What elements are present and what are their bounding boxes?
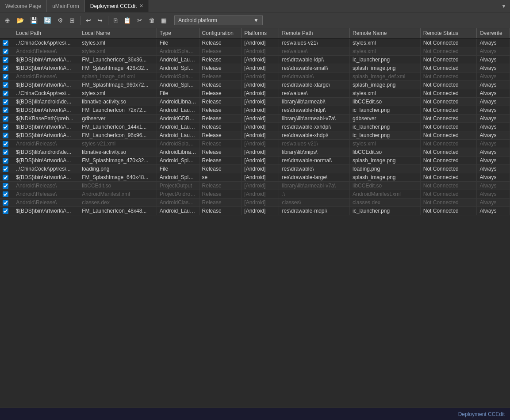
cell-remotename: libCCEdit.so <box>350 182 421 190</box>
col-header-platforms[interactable]: Platforms <box>242 28 279 38</box>
cell-type: AndroidGDBSer... <box>157 115 199 123</box>
table-body: ..\ChinaCockApp\res\...styles.xmlFileRel… <box>0 38 510 215</box>
row-checkbox[interactable] <box>3 149 8 155</box>
tab-dropdown-arrow[interactable]: ▼ <box>498 3 510 9</box>
col-header-remotepath[interactable]: Remote Path <box>279 28 350 38</box>
row-checkbox[interactable] <box>3 116 8 122</box>
table-row: ..\ChinaCockApp\res\...loading.pngFileRe… <box>0 165 510 173</box>
col-header-localname[interactable]: Local Name <box>79 28 157 38</box>
tab-deployment[interactable]: Deployment CCEdit ✕ <box>85 0 149 12</box>
row-checkbox[interactable] <box>3 57 8 63</box>
toolbar-btn-extra[interactable]: ▦ <box>159 15 169 25</box>
cell-config: Release <box>199 98 242 106</box>
cell-remotestatus: Not Connected <box>420 98 477 106</box>
row-checkbox[interactable] <box>3 191 8 197</box>
cell-overwrite: Always <box>477 131 510 140</box>
cell-config: Release <box>199 64 242 73</box>
toolbar-btn-undo[interactable]: ↩ <box>84 15 93 25</box>
row-checkbox[interactable] <box>3 124 8 130</box>
platform-select: Android platform ▼ <box>174 15 263 25</box>
cell-type: Android_Launc... <box>157 56 199 64</box>
cell-localname: styles.xml <box>79 89 157 98</box>
cell-remotestatus: Not Connected <box>420 115 477 123</box>
row-checkbox[interactable] <box>3 82 8 88</box>
cell-config: Release <box>199 56 242 64</box>
tab-welcome[interactable]: Welcome Page <box>0 0 47 12</box>
row-checkbox[interactable] <box>3 183 8 189</box>
row-checkbox[interactable] <box>3 40 8 46</box>
cell-remotepath: res\values\ <box>279 47 350 56</box>
col-header-remotestatus[interactable]: Remote Status <box>420 28 477 38</box>
cell-platforms: [Android] <box>242 148 279 157</box>
tab-umainform[interactable]: uMainForm <box>47 0 85 12</box>
cell-remotepath: classes\ <box>279 199 350 207</box>
col-header-type[interactable]: Type <box>157 28 199 38</box>
row-checkbox[interactable] <box>3 166 8 172</box>
toolbar-btn-copy[interactable]: ⎘ <box>111 15 119 25</box>
tab-deployment-close[interactable]: ✕ <box>139 3 143 9</box>
cell-localname: FM_LauncherIcon_72x72... <box>79 106 157 115</box>
cell-remotepath: res\values\ <box>279 89 350 98</box>
row-checkbox[interactable] <box>3 141 8 147</box>
cell-overwrite: Always <box>477 123 510 131</box>
toolbar-btn-redo[interactable]: ↪ <box>95 15 105 25</box>
cell-localpath: ${BDS}\bin\Artwork\A... <box>13 64 79 73</box>
row-checkbox[interactable] <box>3 133 8 138</box>
table-header-row: Local Path Local Name Type Configuration… <box>0 28 510 38</box>
row-checkbox[interactable] <box>3 65 8 71</box>
cell-config: Release <box>199 199 242 207</box>
toolbar-btn-save[interactable]: 💾 <box>28 15 40 25</box>
row-checkbox[interactable] <box>3 200 8 206</box>
cell-localpath: Android\Release\ <box>13 140 79 148</box>
cell-remotepath: res\drawable-xxhdpi\ <box>279 123 350 131</box>
row-checkbox[interactable] <box>3 91 8 96</box>
toolbar-btn-settings[interactable]: ⚙ <box>55 15 65 25</box>
toolbar-btn-new[interactable]: ⊕ <box>3 15 12 25</box>
cell-remotepath: res\drawable-small\ <box>279 64 350 73</box>
cell-type: File <box>157 165 199 173</box>
cell-localpath: Android\Release\ <box>13 47 79 56</box>
row-checkbox[interactable] <box>3 99 8 105</box>
cell-localname: FM_LauncherIcon_48x48... <box>79 207 157 215</box>
row-checkbox[interactable] <box>3 49 8 54</box>
cell-localname: FM_LauncherIcon_96x96... <box>79 131 157 140</box>
col-header-remotename[interactable]: Remote Name <box>350 28 421 38</box>
toolbar-btn-delete[interactable]: 🗑 <box>146 15 157 25</box>
cell-overwrite: Always <box>477 38 510 47</box>
cell-localname: loading.png <box>79 165 157 173</box>
platform-dropdown[interactable]: Android platform ▼ <box>174 15 263 25</box>
toolbar-btn-open[interactable]: 📂 <box>14 15 26 25</box>
toolbar-btn-refresh[interactable]: 🔄 <box>42 15 54 25</box>
row-checkbox[interactable] <box>3 107 8 113</box>
table-row: ${NDKBasePath}\preb...gdbserverAndroidGD… <box>0 115 510 123</box>
col-header-configuration[interactable]: Configuration <box>199 28 242 38</box>
table-row: ${BDS}\bin\Artwork\A...FM_LauncherIcon_9… <box>0 131 510 140</box>
cell-remotestatus: Not Connected <box>420 157 477 165</box>
cell-config: Release <box>199 81 242 89</box>
cell-remotestatus: Not Connected <box>420 131 477 140</box>
row-checkbox[interactable] <box>3 208 8 214</box>
row-checkbox[interactable] <box>3 158 8 164</box>
tab-umainform-label: uMainForm <box>52 3 79 9</box>
cell-localname: FM_SplashImage_470x32... <box>79 157 157 165</box>
cell-overwrite: Always <box>477 106 510 115</box>
col-header-localpath[interactable]: Local Path <box>13 28 79 38</box>
row-checkbox[interactable] <box>3 74 8 80</box>
toolbar: ⊕ 📂 💾 🔄 ⚙ ⊞ ↩ ↪ ⎘ 📋 ✂ 🗑 ▦ Android platfo… <box>0 12 510 28</box>
cell-remotestatus: Not Connected <box>420 38 477 47</box>
cell-config: Release <box>199 157 242 165</box>
cell-localname: libCCEdit.so <box>79 182 157 190</box>
cell-localname: classes.dex <box>79 199 157 207</box>
cell-remotestatus: Not Connected <box>420 199 477 207</box>
table-row: Android\Release\libCCEdit.soProjectOutpu… <box>0 182 510 190</box>
toolbar-btn-grid[interactable]: ⊞ <box>67 15 77 25</box>
cell-localname: styles.xml <box>79 47 157 56</box>
toolbar-btn-paste[interactable]: 📋 <box>121 15 133 25</box>
toolbar-btn-cut[interactable]: ✂ <box>135 15 145 25</box>
cell-config: Release <box>199 38 242 47</box>
col-header-overwrite[interactable]: Overwrite <box>477 28 510 38</box>
cell-platforms: [Android] <box>242 123 279 131</box>
cell-platforms: [Android] <box>242 81 279 89</box>
row-checkbox[interactable] <box>3 175 8 180</box>
table-row: Android\Release\styles-v21.xmlAndroidSpl… <box>0 140 510 148</box>
